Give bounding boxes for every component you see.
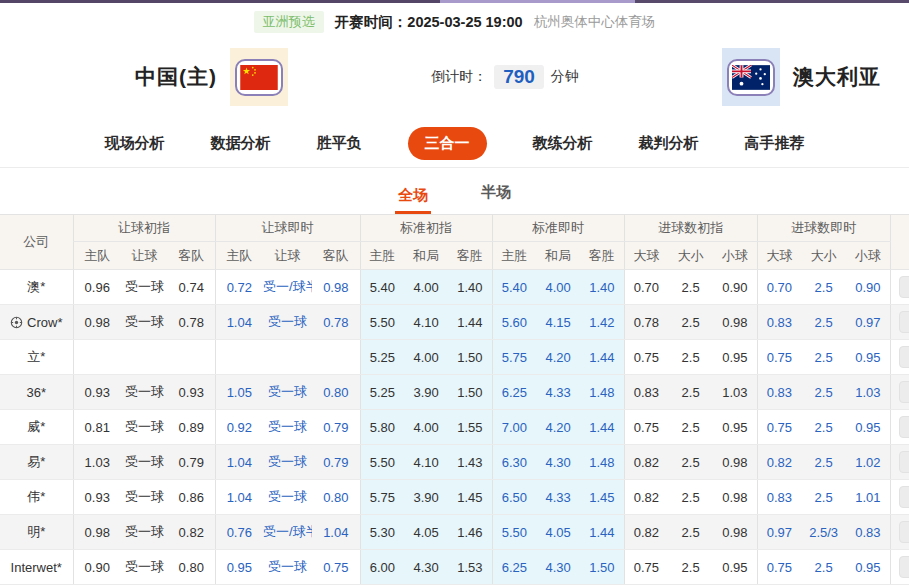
- odds-cell[interactable]: 7.00: [492, 410, 536, 445]
- odds-cell[interactable]: 受一球: [263, 305, 312, 340]
- row-action-button[interactable]: [899, 311, 909, 333]
- row-action-button[interactable]: [899, 346, 909, 368]
- odds-cell[interactable]: 1.45: [580, 480, 624, 515]
- nav-tab-live-analysis[interactable]: 现场分析: [105, 134, 165, 153]
- odds-cell[interactable]: 0.80: [312, 480, 360, 515]
- odds-cell[interactable]: 0.79: [312, 445, 360, 480]
- odds-cell[interactable]: 0.75: [757, 340, 801, 375]
- odds-cell[interactable]: 0.75: [312, 550, 360, 585]
- odds-cell[interactable]: 4.30: [536, 445, 580, 480]
- odds-cell[interactable]: 1.04: [215, 480, 263, 515]
- odds-cell[interactable]: 0.76: [215, 515, 263, 550]
- odds-cell[interactable]: 0.95: [846, 550, 890, 585]
- odds-cell[interactable]: 0.92: [215, 410, 263, 445]
- odds-cell[interactable]: 0.75: [757, 410, 801, 445]
- nav-tab-coach-analysis[interactable]: 教练分析: [533, 134, 593, 153]
- odds-cell[interactable]: 6.30: [492, 445, 536, 480]
- odds-cell[interactable]: 受一球: [263, 375, 312, 410]
- nav-tab-win-draw-lose[interactable]: 胜平负: [317, 134, 362, 153]
- row-action-button[interactable]: [899, 521, 909, 543]
- row-action-button[interactable]: [899, 381, 909, 403]
- nav-tab-referee-analysis[interactable]: 裁判分析: [639, 134, 699, 153]
- nav-tab-expert-picks[interactable]: 高手推荐: [745, 134, 805, 153]
- row-action-button[interactable]: [899, 486, 909, 508]
- odds-cell[interactable]: 0.95: [846, 340, 890, 375]
- odds-cell[interactable]: 2.5: [801, 410, 846, 445]
- subtab-half-match[interactable]: 半场: [478, 183, 514, 214]
- odds-cell[interactable]: 0.90: [846, 270, 890, 305]
- odds-cell[interactable]: 0.95: [215, 550, 263, 585]
- odds-cell[interactable]: 受一球: [263, 445, 312, 480]
- nav-tab-data-analysis[interactable]: 数据分析: [211, 134, 271, 153]
- odds-cell[interactable]: 5.40: [492, 270, 536, 305]
- company-cell: 36*: [0, 375, 73, 410]
- odds-cell[interactable]: 0.70: [757, 270, 801, 305]
- row-action-button[interactable]: [899, 416, 909, 438]
- odds-cell[interactable]: 1.42: [580, 305, 624, 340]
- odds-cell[interactable]: 1.04: [312, 515, 360, 550]
- odds-cell: 1.55: [448, 410, 492, 445]
- odds-cell[interactable]: 6.50: [492, 480, 536, 515]
- odds-cell[interactable]: 0.78: [312, 305, 360, 340]
- odds-cell[interactable]: 0.97: [846, 305, 890, 340]
- odds-cell[interactable]: 1.44: [580, 515, 624, 550]
- odds-cell[interactable]: 0.72: [215, 270, 263, 305]
- odds-cell[interactable]: 0.82: [757, 445, 801, 480]
- row-action-button[interactable]: [899, 276, 909, 298]
- odds-cell[interactable]: 5.75: [492, 340, 536, 375]
- odds-cell[interactable]: 1.04: [215, 305, 263, 340]
- odds-cell[interactable]: 4.15: [536, 305, 580, 340]
- odds-cell: 4.00: [404, 410, 448, 445]
- odds-cell[interactable]: 0.83: [757, 480, 801, 515]
- odds-cell[interactable]: 0.83: [757, 305, 801, 340]
- odds-cell[interactable]: 0.97: [757, 515, 801, 550]
- odds-cell[interactable]: 4.20: [536, 410, 580, 445]
- odds-cell[interactable]: 0.95: [846, 410, 890, 445]
- odds-cell[interactable]: 受一球: [263, 550, 312, 585]
- company-cell: 澳*: [0, 270, 73, 305]
- odds-cell[interactable]: 4.00: [536, 270, 580, 305]
- odds-cell[interactable]: 受一球: [263, 410, 312, 445]
- odds-cell[interactable]: 0.83: [846, 515, 890, 550]
- odds-cell[interactable]: 1.44: [580, 410, 624, 445]
- odds-cell[interactable]: 2.5: [801, 375, 846, 410]
- odds-cell[interactable]: 0.98: [312, 270, 360, 305]
- odds-cell[interactable]: 受一/球半: [263, 515, 312, 550]
- odds-cell[interactable]: 2.5: [801, 445, 846, 480]
- odds-cell[interactable]: 4.33: [536, 375, 580, 410]
- odds-cell[interactable]: 5.60: [492, 305, 536, 340]
- odds-cell[interactable]: 4.20: [536, 340, 580, 375]
- row-action-button[interactable]: [899, 451, 909, 473]
- odds-cell[interactable]: 6.25: [492, 550, 536, 585]
- odds-cell[interactable]: 4.33: [536, 480, 580, 515]
- odds-cell[interactable]: 2.5: [801, 480, 846, 515]
- odds-cell[interactable]: 1.05: [215, 375, 263, 410]
- odds-cell[interactable]: 2.5: [801, 270, 846, 305]
- odds-cell[interactable]: 1.48: [580, 375, 624, 410]
- odds-cell[interactable]: 2.5: [801, 550, 846, 585]
- odds-cell[interactable]: 0.83: [757, 375, 801, 410]
- row-action-button[interactable]: [899, 556, 909, 578]
- odds-cell[interactable]: 1.01: [846, 480, 890, 515]
- odds-cell[interactable]: 0.80: [312, 375, 360, 410]
- odds-cell[interactable]: 4.05: [536, 515, 580, 550]
- odds-cell[interactable]: 2.5: [801, 305, 846, 340]
- odds-cell[interactable]: 5.50: [492, 515, 536, 550]
- odds-cell[interactable]: 1.48: [580, 445, 624, 480]
- odds-cell[interactable]: 1.03: [846, 375, 890, 410]
- odds-cell[interactable]: 受一/球半: [263, 270, 312, 305]
- odds-cell[interactable]: 0.79: [312, 410, 360, 445]
- odds-cell[interactable]: 6.25: [492, 375, 536, 410]
- odds-cell[interactable]: 1.44: [580, 340, 624, 375]
- odds-cell[interactable]: 1.04: [215, 445, 263, 480]
- odds-cell[interactable]: 1.02: [846, 445, 890, 480]
- odds-cell[interactable]: 2.5/3: [801, 515, 846, 550]
- odds-cell[interactable]: 1.40: [580, 270, 624, 305]
- subtab-full-match[interactable]: 全场: [395, 186, 431, 214]
- odds-cell[interactable]: 1.50: [580, 550, 624, 585]
- odds-cell[interactable]: 0.75: [757, 550, 801, 585]
- odds-cell[interactable]: 4.30: [536, 550, 580, 585]
- nav-tab-three-in-one[interactable]: 三合一: [408, 127, 487, 160]
- odds-cell[interactable]: 2.5: [801, 340, 846, 375]
- odds-cell[interactable]: 受一球: [263, 480, 312, 515]
